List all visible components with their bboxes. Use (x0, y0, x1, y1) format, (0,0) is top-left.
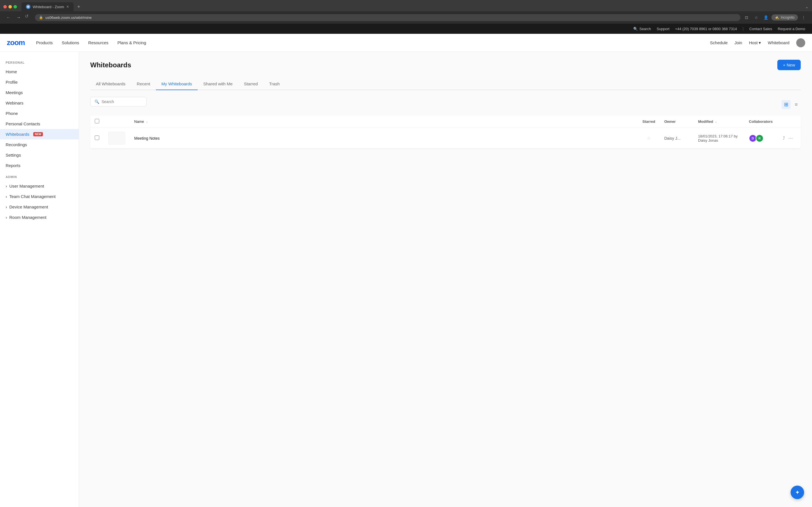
user-avatar[interactable] (796, 38, 805, 47)
sidebar-item-device-management[interactable]: › Device Management (0, 202, 79, 212)
star-button[interactable]: ☆ (647, 136, 651, 140)
name-header[interactable]: Name ↓ (130, 115, 638, 128)
reports-label: Reports (6, 163, 20, 168)
tab-recent[interactable]: Recent (131, 78, 156, 90)
nav-schedule[interactable]: Schedule (710, 40, 728, 45)
modified-cell: 18/01/2023, 17:06:17 by Daisy Jonas (694, 128, 744, 149)
tab-overflow-button[interactable]: ⌄ (805, 4, 809, 9)
collaborators-header: Collaborators (744, 115, 778, 128)
search-input[interactable] (101, 100, 151, 104)
sidebar-item-user-management[interactable]: › User Management (0, 181, 79, 191)
sidebar-item-webinars[interactable]: Webinars (0, 98, 79, 108)
home-label: Home (6, 69, 17, 74)
whiteboard-tabs: All Whiteboards Recent My Whiteboards Sh… (90, 78, 801, 90)
more-options-button[interactable]: ⋯ (788, 136, 793, 140)
modified-header[interactable]: Modified ↓ (694, 115, 744, 128)
browser-tab-active[interactable]: Whiteboard - Zoom ✕ (21, 2, 73, 11)
row-checkbox[interactable] (95, 135, 99, 140)
starred-header: Starred (638, 115, 660, 128)
grid-view-button[interactable]: ⊞ (781, 100, 791, 109)
sidebar-item-settings[interactable]: Settings (0, 150, 79, 160)
incognito-badge[interactable]: 🕵 Incognito (771, 14, 798, 20)
nav-resources[interactable]: Resources (88, 40, 109, 45)
search-icon: 🔍 (94, 100, 99, 104)
top-search-label: Search (640, 27, 651, 31)
select-all-header (90, 115, 104, 128)
meetings-label: Meetings (6, 90, 23, 95)
nav-whiteboard[interactable]: Whiteboard (768, 40, 790, 45)
forward-button[interactable]: → (15, 13, 22, 21)
contact-sales-link[interactable]: Contact Sales (749, 27, 772, 31)
owner-cell: Daisy J... (660, 128, 694, 149)
thumbnail-header (104, 115, 130, 128)
request-demo-link[interactable]: Request a Demo (777, 27, 805, 31)
back-button[interactable]: ← (4, 13, 12, 21)
whiteboard-name[interactable]: Meeting Notes (134, 136, 160, 140)
top-search-button[interactable]: 🔍 Search (633, 27, 651, 31)
host-label: Host (749, 40, 758, 45)
tab-my-whiteboards[interactable]: My Whiteboards (156, 78, 198, 90)
nav-solutions[interactable]: Solutions (62, 40, 79, 45)
cast-icon[interactable]: ⊡ (743, 13, 751, 21)
chevron-right-icon: › (6, 205, 7, 209)
sort-icon: ↓ (146, 120, 148, 123)
tab-starred[interactable]: Starred (238, 78, 263, 90)
sidebar-item-recordings[interactable]: Recordings (0, 139, 79, 150)
sidebar-item-profile[interactable]: Profile (0, 77, 79, 87)
row-checkbox-cell (90, 128, 104, 149)
sidebar-item-personal-contacts[interactable]: Personal Contacts (0, 119, 79, 129)
tab-all-whiteboards[interactable]: All Whiteboards (90, 78, 131, 90)
main-nav: zoom Products Solutions Resources Plans … (0, 34, 812, 52)
list-view-button[interactable]: ≡ (792, 100, 801, 109)
minimize-window-button[interactable] (8, 5, 12, 8)
select-all-checkbox[interactable] (95, 119, 99, 123)
tab-shared-with-me[interactable]: Shared with Me (198, 78, 238, 90)
table-body: Meeting Notes ☆ Daisy J... 18/01/2023, 1… (90, 128, 801, 149)
thumbnail-cell (104, 128, 130, 149)
reload-button[interactable]: ↺ (25, 13, 33, 21)
page-title: Whiteboards (90, 61, 131, 69)
tab-close-button[interactable]: ✕ (66, 5, 69, 9)
maximize-window-button[interactable] (13, 5, 17, 8)
new-whiteboard-button[interactable]: + New (777, 60, 801, 70)
share-button[interactable]: ⤴ (783, 136, 785, 140)
sidebar-item-room-management[interactable]: › Room Management (0, 212, 79, 223)
nav-plans-pricing[interactable]: Plans & Pricing (117, 40, 146, 45)
nav-products[interactable]: Products (36, 40, 53, 45)
search-icon: 🔍 (633, 27, 638, 31)
sidebar-item-meetings[interactable]: Meetings (0, 87, 79, 98)
nav-right: Schedule Join Host ▾ Whiteboard (710, 38, 805, 47)
new-tab-button[interactable]: + (75, 3, 83, 11)
nav-host[interactable]: Host ▾ (749, 40, 761, 45)
logo-text: zoom (7, 38, 25, 47)
table-header: Name ↓ Starred Owner Modified ↓ Collabor… (90, 115, 801, 128)
sidebar-item-team-chat[interactable]: › Team Chat Management (0, 191, 79, 202)
collaborators-cell: D R (744, 128, 778, 149)
address-bar[interactable]: 🔒 us06web.zoom.us/wb#/mine (35, 14, 741, 21)
webinars-label: Webinars (6, 101, 23, 105)
personal-section-label: PERSONAL (0, 59, 79, 66)
device-management-label: Device Management (9, 205, 48, 209)
sidebar-item-whiteboards[interactable]: Whiteboards NEW (0, 129, 79, 139)
collaborator-avatar-r[interactable]: R (756, 134, 763, 142)
sidebar-item-phone[interactable]: Phone (0, 108, 79, 119)
incognito-icon: 🕵 (775, 15, 779, 19)
close-window-button[interactable] (3, 5, 7, 8)
security-icon: 🔒 (39, 15, 43, 19)
settings-label: Settings (6, 153, 21, 158)
phone-label: Phone (6, 111, 18, 116)
menu-button[interactable]: ⋮ (800, 13, 808, 21)
chat-bubble-button[interactable]: ✦ (791, 486, 804, 499)
nav-join[interactable]: Join (734, 40, 742, 45)
whiteboard-thumbnail (108, 132, 125, 145)
support-link[interactable]: Support (657, 27, 670, 31)
main-layout: PERSONAL Home Profile Meetings Webinars … (0, 52, 812, 507)
profile-icon[interactable]: 👤 (762, 13, 770, 21)
room-management-label: Room Management (9, 215, 47, 220)
actions-header (778, 115, 801, 128)
tab-trash[interactable]: Trash (263, 78, 285, 90)
bookmark-icon[interactable]: ☆ (752, 13, 760, 21)
sidebar-item-reports[interactable]: Reports (0, 160, 79, 171)
sidebar-item-home[interactable]: Home (0, 66, 79, 77)
zoom-logo[interactable]: zoom (7, 38, 25, 47)
